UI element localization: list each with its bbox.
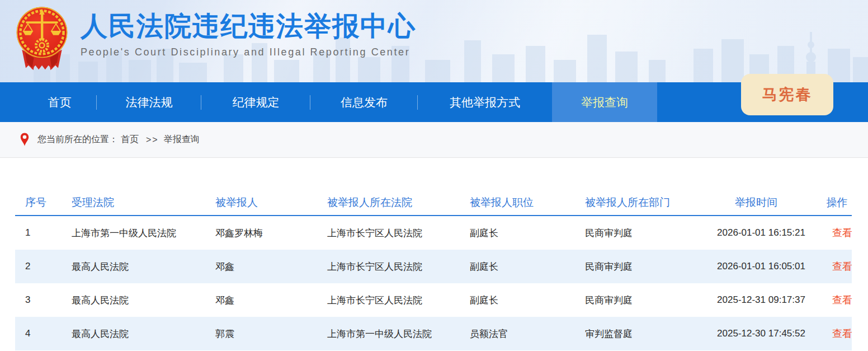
cell-reported: 郭震 <box>205 317 317 350</box>
cell-position: 员额法官 <box>460 317 575 350</box>
cell-department: 民商审判庭 <box>575 250 690 283</box>
table-row: 1上海市第一中级人民法院邓鑫罗林梅上海市长宁区人民法院副庭长民商审判庭2026-… <box>15 216 852 250</box>
site-header: 人民法院违纪违法举报中心 People's Court Disciplinary… <box>0 0 868 82</box>
cell-reported: 邓鑫 <box>205 250 317 283</box>
column-header-3: 被举报人 <box>205 190 317 216</box>
nav-item-laws[interactable]: 法律法规 <box>97 82 201 122</box>
breadcrumb-prefix: 您当前所在的位置： <box>37 134 118 146</box>
brand: 人民法院违纪违法举报中心 People's Court Disciplinary… <box>12 3 416 73</box>
view-link[interactable]: 查看 <box>832 328 852 339</box>
cell-position: 副庭长 <box>460 216 575 250</box>
table-row: 3最高人民法院邓鑫上海市长宁区人民法院副庭长民商审判庭2025-12-31 09… <box>15 283 852 317</box>
breadcrumb: 您当前所在的位置： 首页 >> 举报查询 <box>0 122 868 158</box>
cell-court: 最高人民法院 <box>62 317 205 350</box>
main-nav: 首页法律法规纪律规定信息发布其他举报方式举报查询马宪春 <box>0 82 868 122</box>
nav-item-other-report-methods[interactable]: 其他举报方式 <box>418 82 552 122</box>
site-title: 人民法院违纪违法举报中心 <box>81 11 416 41</box>
column-header-2: 受理法院 <box>62 190 205 216</box>
site-subtitle: People's Court Disciplinary and Illegal … <box>81 46 416 58</box>
cell-time: 2025-12-30 17:45:52 <box>690 317 822 350</box>
brand-text: 人民法院违纪违法举报中心 People's Court Disciplinary… <box>81 3 416 58</box>
cell-position: 副庭长 <box>460 250 575 283</box>
court-emblem-logo <box>12 3 72 73</box>
cell-reported_court: 上海市长宁区人民法院 <box>317 250 460 283</box>
cell-reported_court: 上海市长宁区人民法院 <box>317 216 460 250</box>
report-table: 序号受理法院被举报人被举报人所在法院被举报人职位被举报人所在部门举报时间操作 1… <box>15 190 852 350</box>
table-header-row: 序号受理法院被举报人被举报人所在法院被举报人职位被举报人所在部门举报时间操作 <box>15 190 852 216</box>
cell-action: 查看 <box>822 283 852 317</box>
column-header-5: 被举报人职位 <box>460 190 575 216</box>
table-body: 1上海市第一中级人民法院邓鑫罗林梅上海市长宁区人民法院副庭长民商审判庭2026-… <box>15 216 852 350</box>
cell-time: 2026-01-01 16:05:01 <box>690 250 822 283</box>
cell-department: 民商审判庭 <box>575 283 690 317</box>
nav-item-report-query[interactable]: 举报查询 <box>552 82 657 122</box>
cell-index: 1 <box>15 216 62 250</box>
cell-time: 2025-12-31 09:17:37 <box>690 283 822 317</box>
location-pin-icon <box>20 132 29 147</box>
nav-item-news[interactable]: 信息发布 <box>310 82 418 122</box>
view-link[interactable]: 查看 <box>832 261 852 272</box>
cell-reported_court: 上海市长宁区人民法院 <box>317 283 460 317</box>
cell-reported: 邓鑫 <box>205 283 317 317</box>
breadcrumb-separator: >> <box>146 135 159 145</box>
table-row: 4最高人民法院郭震上海市第一中级人民法院员额法官审判监督庭2025-12-30 … <box>15 317 852 350</box>
cell-department: 民商审判庭 <box>575 216 690 250</box>
breadcrumb-home-link[interactable]: 首页 <box>121 134 139 146</box>
cell-action: 查看 <box>822 216 852 250</box>
cell-reported_court: 上海市第一中级人民法院 <box>317 317 460 350</box>
cell-position: 副庭长 <box>460 283 575 317</box>
column-header-8: 操作 <box>822 190 852 216</box>
nav-item-home[interactable]: 首页 <box>22 82 97 122</box>
cell-index: 3 <box>15 283 62 317</box>
cell-index: 2 <box>15 250 62 283</box>
main-content: 序号受理法院被举报人被举报人所在法院被举报人职位被举报人所在部门举报时间操作 1… <box>0 158 868 350</box>
cell-reported: 邓鑫罗林梅 <box>205 216 317 250</box>
cell-department: 审判监督庭 <box>575 317 690 350</box>
column-header-1: 序号 <box>15 190 62 216</box>
user-badge[interactable]: 马宪春 <box>741 74 833 115</box>
cell-court: 上海市第一中级人民法院 <box>62 216 205 250</box>
cell-court: 最高人民法院 <box>62 250 205 283</box>
cell-action: 查看 <box>822 317 852 350</box>
view-link[interactable]: 查看 <box>832 294 852 306</box>
breadcrumb-current-link[interactable]: 举报查询 <box>164 134 200 146</box>
nav-item-discipline-rules[interactable]: 纪律规定 <box>201 82 310 122</box>
table-row: 2最高人民法院邓鑫上海市长宁区人民法院副庭长民商审判庭2026-01-01 16… <box>15 250 852 283</box>
cell-court: 最高人民法院 <box>62 283 205 317</box>
column-header-7: 举报时间 <box>690 190 822 216</box>
cell-action: 查看 <box>822 250 852 283</box>
view-link[interactable]: 查看 <box>832 227 852 238</box>
column-header-4: 被举报人所在法院 <box>317 190 460 216</box>
column-header-6: 被举报人所在部门 <box>575 190 690 216</box>
cell-index: 4 <box>15 317 62 350</box>
cell-time: 2026-01-01 16:15:21 <box>690 216 822 250</box>
